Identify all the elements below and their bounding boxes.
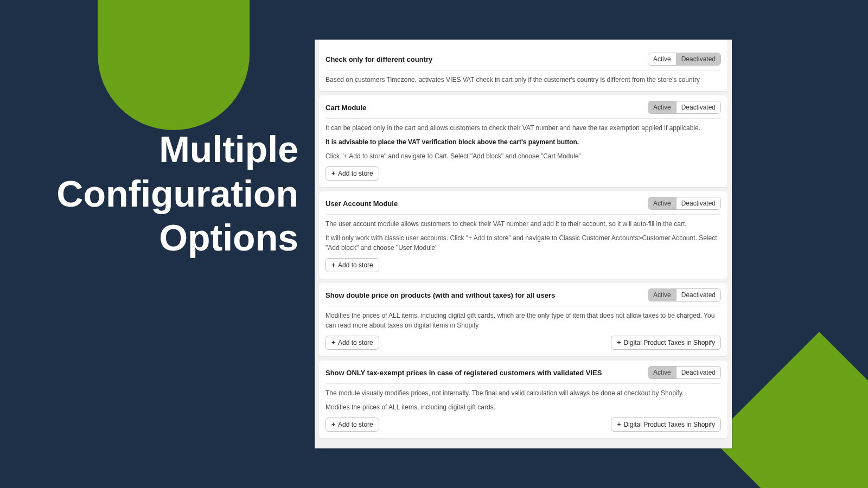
toggle-deactivated[interactable]: Deactivated [676,101,720,113]
card-text: The user account module allows customers… [326,219,721,229]
add-to-store-button[interactable]: +Add to store [326,336,379,350]
add-to-store-button[interactable]: +Add to store [326,258,379,272]
card-text: It can be placed only in the cart and al… [326,123,721,133]
button-label: Add to store [338,261,373,269]
plus-icon: + [331,421,335,428]
card-actions: +Add to store [326,166,721,181]
card-text: Modifies the prices of ALL items, includ… [326,402,721,412]
card-header: Cart ModuleActiveDeactivated [326,101,721,119]
card-text: It is advisable to place the VAT verific… [326,137,721,147]
toggle-deactivated[interactable]: Deactivated [676,367,720,378]
config-card: User Account ModuleActiveDeactivatedThe … [319,191,727,279]
toggle-group: ActiveDeactivated [648,53,721,66]
button-label: Digital Product Taxes in Shopify [623,421,715,428]
toggle-group: ActiveDeactivated [648,366,721,379]
add-to-store-button[interactable]: +Add to store [326,166,379,181]
card-title: Show ONLY tax-exempt prices in case of r… [326,369,602,377]
card-title: Show double price on products (with and … [326,291,555,299]
card-actions: +Add to store+Digital Product Taxes in S… [326,336,721,350]
card-body: The module visually modifies prices, not… [326,388,721,412]
toggle-active[interactable]: Active [648,289,676,301]
add-to-store-button[interactable]: +Add to store [326,418,379,432]
button-label: Add to store [338,170,373,177]
card-actions: +Add to store+Digital Product Taxes in S… [326,418,721,432]
card-title: User Account Module [326,200,398,208]
card-text: Modifies the prices of ALL items, includ… [326,311,721,330]
page-title: Multiple Configuration Options [11,127,298,260]
toggle-active[interactable]: Active [648,53,676,65]
toggle-group: ActiveDeactivated [648,197,721,210]
card-text: Based on customers Timezone, activates V… [326,75,721,85]
card-header: Show double price on products (with and … [326,288,721,306]
card-text: The module visually modifies prices, not… [326,388,721,398]
card-text: It will only work with classic user acco… [326,233,721,253]
plus-icon: + [331,261,335,269]
toggle-deactivated[interactable]: Deactivated [676,289,720,301]
toggle-active[interactable]: Active [648,197,676,209]
config-card: Show ONLY tax-exempt prices in case of r… [319,361,727,438]
decorative-shape-top [98,0,250,130]
card-body: It can be placed only in the cart and al… [326,123,721,161]
plus-icon: + [617,339,621,346]
config-card: Cart ModuleActiveDeactivatedIt can be pl… [319,95,727,187]
toggle-deactivated[interactable]: Deactivated [676,197,720,209]
plus-icon: + [617,421,621,428]
plus-icon: + [331,339,335,346]
digital-taxes-button[interactable]: +Digital Product Taxes in Shopify [611,336,721,350]
config-card: Check only for different countryActiveDe… [319,40,727,91]
config-panel: Check only for different countryActiveDe… [315,40,732,448]
card-header: User Account ModuleActiveDeactivated [326,197,721,215]
toggle-active[interactable]: Active [648,101,676,113]
digital-taxes-button[interactable]: +Digital Product Taxes in Shopify [611,418,721,432]
decorative-shape-bottom [712,332,868,488]
card-actions: +Add to store [326,258,721,272]
toggle-group: ActiveDeactivated [648,288,721,301]
card-body: The user account module allows customers… [326,219,721,253]
card-title: Check only for different country [326,55,432,63]
card-header: Show ONLY tax-exempt prices in case of r… [326,366,721,384]
toggle-deactivated[interactable]: Deactivated [676,53,720,65]
plus-icon: + [331,170,335,177]
button-label: Add to store [338,421,373,428]
toggle-active[interactable]: Active [648,367,676,378]
button-label: Digital Product Taxes in Shopify [623,339,715,346]
card-header: Check only for different countryActiveDe… [326,53,721,70]
card-title: Cart Module [326,104,366,112]
card-body: Based on customers Timezone, activates V… [326,75,721,85]
config-card: Show double price on products (with and … [319,283,727,356]
card-text: Click "+ Add to store" and navigate to C… [326,151,721,161]
card-body: Modifies the prices of ALL items, includ… [326,311,721,330]
toggle-group: ActiveDeactivated [648,101,721,114]
button-label: Add to store [338,339,373,346]
